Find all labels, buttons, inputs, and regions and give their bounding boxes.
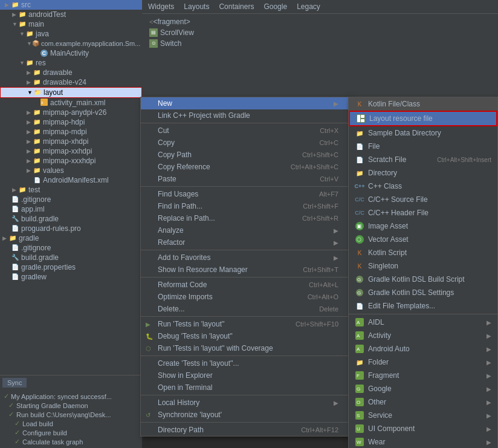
submenu-item-cpp-source[interactable]: C/C C/C++ Source File xyxy=(349,193,497,206)
tree-item-build-gradle-root[interactable]: 🔧 build.gradle xyxy=(0,253,142,262)
submenu-label-image-asset: Image Asset xyxy=(368,222,408,230)
menu-item-dir-path[interactable]: Directory Path Ctrl+Alt+F12 xyxy=(141,424,348,436)
submenu-item-file[interactable]: 📄 File xyxy=(349,140,497,153)
submenu-item-image-asset[interactable]: ▣ Image Asset xyxy=(349,219,497,233)
menu-item-copy-ref[interactable]: Copy Reference Ctrl+Alt+Shift+C xyxy=(141,161,348,173)
tab-legacy[interactable]: Legacy xyxy=(293,1,324,12)
menu-item-copy[interactable]: Copy Ctrl+C xyxy=(141,137,348,149)
submenu-label-service: Service xyxy=(368,411,392,420)
tree-item-gitignore-root[interactable]: 📄 .gitignore xyxy=(0,243,142,253)
right-panel-item-fragment[interactable]: <<fragment> xyxy=(147,16,493,27)
tree-item-gradle-root[interactable]: ▶ 📁 gradle xyxy=(0,233,142,243)
menu-item-new[interactable]: New ▶ xyxy=(141,97,348,109)
submenu-item-aidl[interactable]: A AIDL ▶ xyxy=(349,316,497,329)
submenu-item-directory[interactable]: 📁 Directory xyxy=(349,166,497,180)
submenu-item-service[interactable]: S Service ▶ xyxy=(349,409,497,422)
tree-item-manifest[interactable]: 📄 AndroidManifest.xml xyxy=(0,175,142,185)
submenu-item-google[interactable]: G Google ▶ xyxy=(349,382,497,395)
status-label-configure: Configure build xyxy=(22,429,67,437)
menu-item-replace-path[interactable]: Replace in Path... Ctrl+Shift+R xyxy=(141,212,348,224)
menu-item-synchronize[interactable]: ↺ Synchronize 'layout' xyxy=(141,409,348,421)
menu-item-optimize[interactable]: Optimize Imports Ctrl+Alt+O xyxy=(141,291,348,303)
tab-widgets[interactable]: Widgets xyxy=(144,1,178,12)
tree-item-drawable[interactable]: ▶ 📁 drawable xyxy=(0,68,142,77)
menu-item-link-cpp[interactable]: Link C++ Project with Gradle xyxy=(141,109,348,122)
right-panel-item-switch[interactable]: ⊙ Switch xyxy=(147,38,493,49)
tree-item-build-gradle[interactable]: 🔧 build.gradle xyxy=(0,214,142,224)
menu-label-favorites: Add to Favorites xyxy=(158,253,210,262)
tree-item-main[interactable]: ▼ 📁 main xyxy=(0,19,142,29)
tree-item-src[interactable]: ▶ 📁 src xyxy=(0,0,142,10)
submenu-item-fragment[interactable]: F Fragment ▶ xyxy=(349,369,497,382)
tree-item-gradle-properties[interactable]: 📄 gradle.properties xyxy=(0,262,142,272)
submenu-item-kotlin-script[interactable]: K Kotlin Script xyxy=(349,246,497,259)
menu-item-find-path[interactable]: Find in Path... Ctrl+Shift+F xyxy=(141,200,348,212)
submenu-item-cpp-header[interactable]: C/C C/C++ Header File xyxy=(349,206,497,219)
menu-item-create-tests[interactable]: Create 'Tests in 'layout''... xyxy=(141,357,348,369)
tree-item-res[interactable]: ▼ 📁 res xyxy=(0,58,142,68)
submenu-label-ui-component: UI Component xyxy=(368,424,415,433)
menu-item-analyze[interactable]: Analyze ▶ xyxy=(141,224,348,236)
menu-item-paste[interactable]: Paste Ctrl+V xyxy=(141,173,348,185)
menu-shortcut-optimize: Ctrl+Alt+O xyxy=(308,293,338,300)
tree-item-mipmap-hdpi[interactable]: ▶ 📁 mipmap-hdpi xyxy=(0,117,142,127)
submenu-item-folder[interactable]: 📁 Folder ▶ xyxy=(349,355,497,369)
menu-item-debug-tests[interactable]: 🐛 Debug 'Tests in 'layout'' xyxy=(141,330,348,342)
menu-item-reformat[interactable]: Reformat Code Ctrl+Alt+L xyxy=(141,279,348,291)
submenu-item-kotlin-file[interactable]: K Kotlin File/Class xyxy=(349,97,497,111)
tree-item-mipmap-xxhdpi[interactable]: ▶ 📁 mipmap-xxhdpi xyxy=(0,146,142,156)
menu-item-run-tests[interactable]: ▶ Run 'Tests in 'layout'' Ctrl+Shift+F10 xyxy=(141,318,348,330)
tree-item-proguard[interactable]: 📄 proguard-rules.pro xyxy=(0,224,142,233)
svg-text:C: C xyxy=(42,50,47,56)
tab-google[interactable]: Google xyxy=(260,1,291,12)
menu-item-cut[interactable]: Cut Ctrl+X xyxy=(141,125,348,137)
svg-text:O: O xyxy=(357,400,360,405)
tree-item-mipmap-mdpi[interactable]: ▶ 📁 mipmap-mdpi xyxy=(0,127,142,137)
menu-item-run-coverage[interactable]: ⬡ Run 'Tests in 'layout'' with Coverage xyxy=(141,342,348,354)
tree-item-gradlew[interactable]: 📄 gradlew xyxy=(0,272,142,282)
tree-item-gitignore[interactable]: 📄 .gitignore xyxy=(0,195,142,204)
menu-item-copy-path[interactable]: Copy Path Ctrl+Shift+C xyxy=(141,149,348,161)
submenu-item-activity[interactable]: A Activity ▶ xyxy=(349,329,497,342)
menu-shortcut-copy-ref: Ctrl+Alt+Shift+C xyxy=(291,163,338,170)
submenu-item-other[interactable]: O Other ▶ xyxy=(349,395,497,409)
submenu-item-android-auto[interactable]: A Android Auto ▶ xyxy=(349,342,497,355)
tree-item-mainactivity[interactable]: C MainActivity xyxy=(0,48,142,58)
submenu-item-scratch[interactable]: 📄 Scratch File Ctrl+Alt+Shift+Insert xyxy=(349,153,497,166)
submenu-item-layout-resource[interactable]: Layout resource file xyxy=(349,111,497,126)
menu-item-show-explorer[interactable]: Show in Explorer xyxy=(141,369,348,381)
tree-item-test[interactable]: ▶ 📁 test xyxy=(0,185,142,195)
submenu-item-edit-templates[interactable]: 📄 Edit File Templates... xyxy=(349,299,497,313)
svg-text:▣: ▣ xyxy=(357,223,362,229)
submenu-item-wear[interactable]: W Wear ▶ xyxy=(349,435,497,448)
tree-item-mipmap-xhdpi[interactable]: ▶ 📁 mipmap-xhdpi xyxy=(0,137,142,146)
menu-item-delete[interactable]: Delete... Delete xyxy=(141,303,348,315)
menu-item-local-history[interactable]: Local History ▶ xyxy=(141,397,348,409)
tab-containers[interactable]: Containers xyxy=(215,1,257,12)
tree-item-activity-main[interactable]: x activity_main.xml xyxy=(0,98,142,108)
tree-item-app-iml[interactable]: 📄 app.iml xyxy=(0,204,142,214)
right-panel-item-scrollview[interactable]: ▤ ScrollView xyxy=(147,27,493,38)
submenu-item-vector-asset[interactable]: ⬡ Vector Asset xyxy=(349,233,497,246)
menu-item-open-terminal[interactable]: Open in Terminal xyxy=(141,381,348,394)
submenu-item-singleton[interactable]: K Singleton xyxy=(349,259,497,273)
tree-item-layout[interactable]: ▼ 📁 layout xyxy=(0,87,142,98)
tree-item-androidtest[interactable]: ▶ 📁 androidTest xyxy=(0,10,142,19)
tree-item-package[interactable]: ▼ 📦 com.example.myapplication.Sm... xyxy=(0,39,142,48)
submenu-item-gradle-settings[interactable]: G Gradle Kotlin DSL Settings xyxy=(349,286,497,299)
tree-item-mipmap-xxxhdpi[interactable]: ▶ 📁 mipmap-xxxhdpi xyxy=(0,156,142,166)
submenu-item-sample-data[interactable]: 📁 Sample Data Directory xyxy=(349,126,497,140)
tree-item-values[interactable]: ▶ 📁 values xyxy=(0,166,142,175)
menu-item-find-usages[interactable]: Find Usages Alt+F7 xyxy=(141,188,348,200)
menu-item-favorites[interactable]: Add to Favorites ▶ xyxy=(141,252,348,264)
tree-item-java[interactable]: ▼ 📁 java xyxy=(0,29,142,39)
tree-item-mipmap-anydpi[interactable]: ▶ 📁 mipmap-anydpi-v26 xyxy=(0,108,142,117)
tree-item-drawable-v24[interactable]: ▶ 📁 drawable-v24 xyxy=(0,77,142,87)
menu-item-resource-mgr[interactable]: Show In Resource Manager Ctrl+Shift+T xyxy=(141,264,348,276)
sync-tab[interactable]: Sync xyxy=(2,378,27,388)
tab-layouts[interactable]: Layouts xyxy=(180,1,213,12)
submenu-item-ui-component[interactable]: U UI Component ▶ xyxy=(349,422,497,435)
menu-item-refactor[interactable]: Refactor ▶ xyxy=(141,236,348,248)
submenu-item-cpp-class[interactable]: C++ C++ Class xyxy=(349,180,497,193)
submenu-item-gradle-build[interactable]: G Gradle Kotlin DSL Build Script xyxy=(349,273,497,286)
